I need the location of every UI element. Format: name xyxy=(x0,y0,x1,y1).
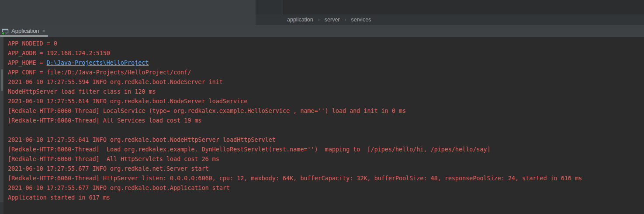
console-text-segment: APP_ADDR = 192.168.124.2:5150 xyxy=(8,50,110,56)
ide-run-tool-window: application›server›services Application … xyxy=(0,0,644,214)
tab-label: Application xyxy=(11,28,39,34)
console-line: APP_CONF = file:/D:/Java-Projects/HelloP… xyxy=(8,68,644,77)
console-scrollbar-track-bottom xyxy=(0,202,3,214)
console-text-segment: 2021-06-10 17:27:55.677 INFO org.redkale… xyxy=(8,185,230,191)
console-text-segment: 2021-06-10 17:27:55.594 INFO org.redkale… xyxy=(8,79,223,85)
console-text-segment: Application started in 617 ms xyxy=(8,194,110,201)
run-tool-window-tab-bar: Application × xyxy=(0,25,644,37)
console-file-link[interactable]: D:\Java-Projects\HelloProject xyxy=(47,60,149,66)
console-scrollbar-track xyxy=(0,37,3,202)
console-line: APP_HOME = D:\Java-Projects\HelloProject xyxy=(8,58,644,68)
console-text-segment: APP_CONF = file:/D:/Java-Projects/HelloP… xyxy=(8,69,191,76)
console-output-panel: APP_NODEID = 0APP_ADDR = 192.168.124.2:5… xyxy=(0,37,644,214)
console-line: Application started in 617 ms xyxy=(8,193,644,203)
console-log-text: APP_NODEID = 0APP_ADDR = 192.168.124.2:5… xyxy=(8,39,644,203)
console-text-segment: 2021-06-10 17:27:55.677 INFO org.redkale… xyxy=(8,165,209,172)
tab-application[interactable]: Application × xyxy=(0,25,49,37)
console-line xyxy=(8,126,644,135)
console-line: 2021-06-10 17:27:55.594 INFO org.redkale… xyxy=(8,77,644,87)
breadcrumb-separator-icon: › xyxy=(315,17,323,23)
editor-pane xyxy=(0,0,256,25)
console-text-segment: APP_HOME = xyxy=(8,60,47,66)
console-text-segment: [Redkale-HTTP:6060-Thread] All Services … xyxy=(8,117,201,124)
console-line: 2021-06-10 17:27:55.677 INFO org.redkale… xyxy=(8,183,644,193)
console-text-segment: [Redkale-HTTP:6060-Thread] Load org.redk… xyxy=(8,146,490,153)
selected-tab-underline xyxy=(0,35,48,37)
console-line: 2021-06-10 17:27:55.614 INFO org.redkale… xyxy=(8,97,644,106)
console-line: [Redkale-HTTP:6060-Thread] All HttpServl… xyxy=(8,154,644,164)
console-line: NodeHttpServer load filter class in 120 … xyxy=(8,87,644,97)
breadcrumb-item-services[interactable]: services xyxy=(350,17,373,23)
top-panel-divider-block xyxy=(256,0,283,14)
console-text-segment: APP_NODEID = 0 xyxy=(8,40,57,47)
console-line: 2021-06-10 17:27:55.641 INFO org.redkale… xyxy=(8,135,644,145)
breadcrumb-item-application[interactable]: application xyxy=(285,17,315,23)
console-text-segment: [Redkale-HTTP:6060-Thread] HttpServer li… xyxy=(8,175,582,182)
run-console-icon xyxy=(1,28,9,35)
console-scrollbar-thumb[interactable] xyxy=(1,69,3,91)
console-text-segment: 2021-06-10 17:27:55.614 INFO org.redkale… xyxy=(8,98,247,105)
console-line: [Redkale-HTTP:6060-Thread] All Services … xyxy=(8,116,644,126)
breadcrumb-item-server[interactable]: server xyxy=(323,17,342,23)
breadcrumb-separator-icon: › xyxy=(342,17,350,23)
console-line: APP_ADDR = 192.168.124.2:5150 xyxy=(8,49,644,58)
console-text-segment: [Redkale-HTTP:6060-Thread] LocalService … xyxy=(8,108,406,114)
breadcrumb: application›server›services xyxy=(256,14,644,25)
top-panel-right-block xyxy=(284,0,644,14)
console-text-segment: [Redkale-HTTP:6060-Thread] All HttpServl… xyxy=(8,156,219,162)
console-line: APP_NODEID = 0 xyxy=(8,39,644,49)
console-line: [Redkale-HTTP:6060-Thread] HttpServer li… xyxy=(8,174,644,183)
console-line: [Redkale-HTTP:6060-Thread] LocalService … xyxy=(8,106,644,116)
close-icon[interactable]: × xyxy=(42,28,46,34)
console-line: 2021-06-10 17:27:55.677 INFO org.redkale… xyxy=(8,164,644,174)
console-line: [Redkale-HTTP:6060-Thread] Load org.redk… xyxy=(8,145,644,154)
console-text-segment: 2021-06-10 17:27:55.641 INFO org.redkale… xyxy=(8,137,276,143)
console-text-segment: NodeHttpServer load filter class in 120 … xyxy=(8,88,156,95)
